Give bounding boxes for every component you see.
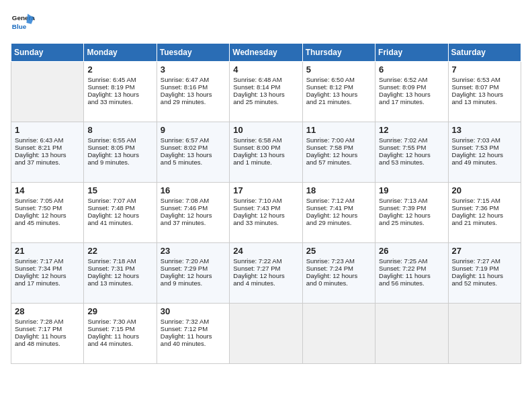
calendar-cell: 20Sunrise: 7:15 AMSunset: 7:36 PMDayligh… <box>448 183 521 243</box>
cell-text: and 29 minutes. <box>161 98 226 105</box>
cell-text: and 17 minutes. <box>15 279 80 287</box>
cell-text: and 37 minutes. <box>15 158 80 166</box>
day-number: 18 <box>306 185 371 195</box>
calendar-cell: 22Sunrise: 7:18 AMSunset: 7:31 PMDayligh… <box>84 243 157 304</box>
cell-text: Sunrise: 7:03 AM <box>452 136 517 144</box>
calendar-cell: 14Sunrise: 7:05 AMSunset: 7:50 PMDayligh… <box>11 183 84 243</box>
calendar-cell: 18Sunrise: 7:12 AMSunset: 7:41 PMDayligh… <box>302 183 375 243</box>
day-number: 27 <box>452 246 517 256</box>
day-number: 23 <box>161 246 226 256</box>
day-number: 13 <box>452 125 517 135</box>
cell-text: Daylight: 12 hours <box>15 212 80 219</box>
day-number: 16 <box>161 185 226 195</box>
calendar-cell: 11Sunrise: 7:00 AMSunset: 7:58 PMDayligh… <box>302 122 375 183</box>
cell-text: Sunset: 8:05 PM <box>87 144 152 151</box>
logo-icon: General Blue <box>11 11 35 35</box>
cell-text: Sunset: 7:53 PM <box>452 144 517 151</box>
cell-text: Sunset: 7:15 PM <box>87 325 152 332</box>
calendar-cell: 1Sunrise: 6:43 AMSunset: 8:21 PMDaylight… <box>11 122 84 183</box>
day-number: 19 <box>379 185 444 195</box>
cell-text: Sunrise: 7:23 AM <box>306 257 371 265</box>
cell-text: Sunrise: 6:43 AM <box>15 136 80 144</box>
cell-text: and 25 minutes. <box>233 98 298 105</box>
cell-text: Sunrise: 7:18 AM <box>87 257 152 265</box>
logo: General Blue <box>11 11 39 35</box>
day-number: 29 <box>87 306 152 316</box>
calendar-header: SundayMondayTuesdayWednesdayThursdayFrid… <box>11 44 521 62</box>
cell-text: Daylight: 11 hours <box>452 272 517 279</box>
calendar-cell: 13Sunrise: 7:03 AMSunset: 7:53 PMDayligh… <box>448 122 521 183</box>
day-number: 21 <box>15 246 80 256</box>
day-number: 17 <box>233 185 298 195</box>
cell-text: Daylight: 13 hours <box>161 91 226 98</box>
cell-text: and 44 minutes. <box>87 340 152 347</box>
cell-text: and 48 minutes. <box>15 340 80 347</box>
calendar-week-4: 28Sunrise: 7:28 AMSunset: 7:17 PMDayligh… <box>11 304 521 364</box>
cell-text: and 13 minutes. <box>87 279 152 287</box>
day-header-tuesday: Tuesday <box>157 44 229 62</box>
cell-text: and 5 minutes. <box>161 158 226 166</box>
cell-text: Sunset: 7:29 PM <box>161 265 226 272</box>
cell-text: Sunrise: 7:00 AM <box>306 136 371 144</box>
calendar-cell: 9Sunrise: 6:57 AMSunset: 8:02 PMDaylight… <box>157 122 229 183</box>
day-header-wednesday: Wednesday <box>230 44 302 62</box>
cell-text: Daylight: 12 hours <box>161 212 226 219</box>
cell-text: and 9 minutes. <box>161 279 226 287</box>
cell-text: and 25 minutes. <box>379 219 444 226</box>
cell-text: Daylight: 12 hours <box>161 272 226 279</box>
cell-text: Daylight: 13 hours <box>452 91 517 98</box>
day-number: 7 <box>452 64 517 75</box>
cell-text: and 52 minutes. <box>452 279 517 287</box>
cell-text: Sunrise: 7:10 AM <box>233 197 298 204</box>
day-number: 26 <box>379 246 444 256</box>
cell-text: and 53 minutes. <box>379 158 444 166</box>
cell-text: Sunset: 8:16 PM <box>161 83 226 91</box>
cell-text: Sunrise: 6:50 AM <box>306 76 371 83</box>
day-number: 2 <box>87 64 152 75</box>
day-number: 3 <box>161 64 226 75</box>
cell-text: Sunrise: 6:58 AM <box>233 136 298 144</box>
cell-text: Sunset: 7:22 PM <box>379 265 444 272</box>
cell-text: Sunset: 8:09 PM <box>379 83 444 91</box>
cell-text: Sunrise: 7:12 AM <box>306 197 371 204</box>
calendar-cell: 6Sunrise: 6:52 AMSunset: 8:09 PMDaylight… <box>375 62 448 122</box>
cell-text: Sunrise: 6:57 AM <box>161 136 226 144</box>
cell-text: Daylight: 13 hours <box>15 151 80 158</box>
calendar-cell: 17Sunrise: 7:10 AMSunset: 7:43 PMDayligh… <box>230 183 302 243</box>
day-header-monday: Monday <box>84 44 157 62</box>
cell-text: and 33 minutes. <box>233 219 298 226</box>
cell-text: Sunrise: 7:27 AM <box>452 257 517 265</box>
calendar-cell <box>11 62 84 122</box>
calendar-cell: 8Sunrise: 6:55 AMSunset: 8:05 PMDaylight… <box>84 122 157 183</box>
cell-text: and 0 minutes. <box>306 279 371 287</box>
calendar-cell: 28Sunrise: 7:28 AMSunset: 7:17 PMDayligh… <box>11 304 84 364</box>
cell-text: Daylight: 13 hours <box>233 151 298 158</box>
cell-text: Sunrise: 6:48 AM <box>233 76 298 83</box>
cell-text: and 9 minutes. <box>87 158 152 166</box>
cell-text: and 33 minutes. <box>87 98 152 105</box>
cell-text: Daylight: 11 hours <box>87 332 152 340</box>
cell-text: Daylight: 12 hours <box>452 212 517 219</box>
cell-text: Daylight: 12 hours <box>15 272 80 279</box>
cell-text: Sunrise: 7:20 AM <box>161 257 226 265</box>
cell-text: and 37 minutes. <box>161 219 226 226</box>
cell-text: and 56 minutes. <box>379 279 444 287</box>
day-number: 25 <box>306 246 371 256</box>
day-number: 4 <box>233 64 298 75</box>
cell-text: and 13 minutes. <box>452 98 517 105</box>
cell-text: Sunset: 7:39 PM <box>379 204 444 212</box>
calendar-cell <box>230 304 302 364</box>
cell-text: Daylight: 12 hours <box>233 272 298 279</box>
day-number: 14 <box>15 185 80 195</box>
calendar-week-3: 21Sunrise: 7:17 AMSunset: 7:34 PMDayligh… <box>11 243 521 304</box>
cell-text: Sunset: 7:55 PM <box>379 144 444 151</box>
cell-text: Sunset: 8:19 PM <box>87 83 152 91</box>
cell-text: Sunset: 7:58 PM <box>306 144 371 151</box>
cell-text: Daylight: 12 hours <box>87 212 152 219</box>
cell-text: Sunset: 7:12 PM <box>161 325 226 332</box>
day-number: 20 <box>452 185 517 195</box>
cell-text: Sunset: 8:12 PM <box>306 83 371 91</box>
cell-text: Daylight: 11 hours <box>161 332 226 340</box>
calendar-cell: 29Sunrise: 7:30 AMSunset: 7:15 PMDayligh… <box>84 304 157 364</box>
cell-text: Sunrise: 7:22 AM <box>233 257 298 265</box>
